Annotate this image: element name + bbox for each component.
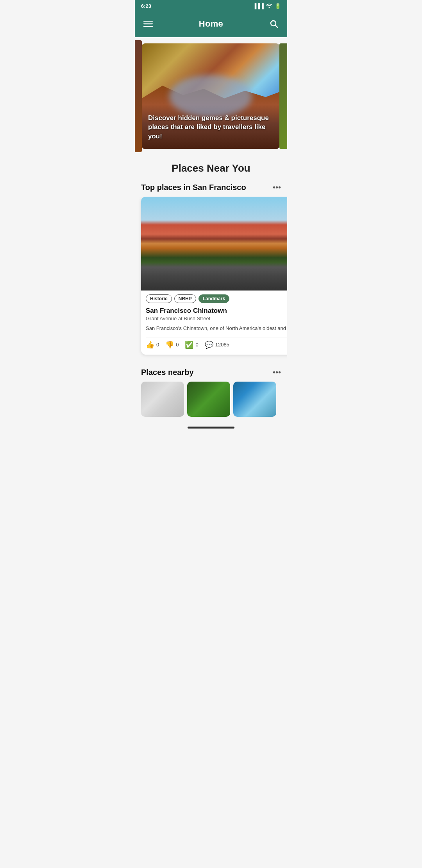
chinatown-dislikes: 0 xyxy=(176,342,179,348)
chinatown-tags: Historic NRHP Landmark xyxy=(141,291,287,305)
hero-tagline: Discover hidden gemes & picturesque plac… xyxy=(148,113,273,141)
chinatown-dislike-button[interactable]: 👎 0 xyxy=(165,341,179,349)
bookmark-icon: ✅ xyxy=(185,341,193,349)
more-icon: ••• xyxy=(273,183,281,192)
chinatown-like-button[interactable]: 👍 0 xyxy=(146,341,159,349)
chinatown-actions: 👍 0 👎 0 ✅ 0 💬 12085 xyxy=(146,337,287,351)
places-nearby-more-button[interactable]: ••• xyxy=(273,368,281,377)
status-bar: 6:23 ▐▐▐ 🔋 xyxy=(135,0,287,12)
nearby-thumb-3[interactable] xyxy=(233,382,276,417)
chinatown-body: San Francisco Chinatown 50 mi Grant Aven… xyxy=(141,305,287,355)
nearby-images-row[interactable] xyxy=(135,382,287,423)
tag-landmark: Landmark xyxy=(198,294,229,303)
hero-image[interactable]: Discover hidden gemes & picturesque plac… xyxy=(142,43,279,149)
chinatown-image xyxy=(141,197,287,291)
status-time: 6:23 xyxy=(141,3,151,9)
chinatown-likes: 0 xyxy=(156,342,159,348)
tag-nrhp: NRHP xyxy=(174,294,196,303)
chinatown-address: Grant Avenue at Bush Street xyxy=(146,316,287,321)
top-places-header: Top places in San Francisco ••• xyxy=(135,179,287,197)
chinatown-description: San Francisco's Chinatown, one of North … xyxy=(146,325,287,332)
svg-rect-1 xyxy=(143,23,153,25)
signal-icon: ▐▐▐ xyxy=(253,3,264,9)
chinatown-comment-button[interactable]: 💬 12085 xyxy=(205,341,229,349)
tag-historic: Historic xyxy=(146,294,172,303)
comment-icon: 💬 xyxy=(205,341,213,349)
page-title: Home xyxy=(199,19,223,29)
svg-rect-2 xyxy=(143,26,153,27)
nearby-thumb-1[interactable] xyxy=(141,382,184,417)
home-indicator xyxy=(188,427,234,429)
menu-button[interactable] xyxy=(141,17,155,31)
status-icons: ▐▐▐ 🔋 xyxy=(253,3,281,9)
like-icon: 👍 xyxy=(146,341,154,349)
svg-line-4 xyxy=(275,25,278,28)
place-card-chinatown[interactable]: Historic NRHP Landmark San Francisco Chi… xyxy=(141,197,287,355)
search-button[interactable] xyxy=(267,17,281,31)
top-places-cards-row[interactable]: Historic NRHP Landmark San Francisco Chi… xyxy=(135,197,287,361)
bottom-bar xyxy=(135,423,287,432)
top-nav: Home xyxy=(135,12,287,37)
chinatown-bookmark-button[interactable]: ✅ 0 xyxy=(185,341,198,349)
places-near-you-heading: Places Near You xyxy=(135,155,287,179)
nearby-thumb-2[interactable] xyxy=(187,382,230,417)
places-nearby-header: Places nearby ••• xyxy=(135,364,287,382)
chinatown-title: San Francisco Chinatown xyxy=(146,307,287,315)
chinatown-comments: 12085 xyxy=(215,342,229,348)
chinatown-bookmarks: 0 xyxy=(195,342,198,348)
battery-icon: 🔋 xyxy=(275,3,281,9)
top-places-more-button[interactable]: ••• xyxy=(273,183,281,192)
nearby-more-icon: ••• xyxy=(273,368,281,377)
svg-point-3 xyxy=(271,21,276,26)
top-places-title: Top places in San Francisco xyxy=(141,183,246,192)
hero-right-peek xyxy=(279,43,287,149)
hero-banner: Discover hidden gemes & picturesque plac… xyxy=(135,37,287,155)
places-nearby-title: Places nearby xyxy=(141,368,194,377)
wifi-icon xyxy=(266,3,272,9)
places-nearby-section: Places nearby ••• xyxy=(135,361,287,423)
dislike-icon: 👎 xyxy=(165,341,174,349)
svg-rect-0 xyxy=(143,21,153,22)
